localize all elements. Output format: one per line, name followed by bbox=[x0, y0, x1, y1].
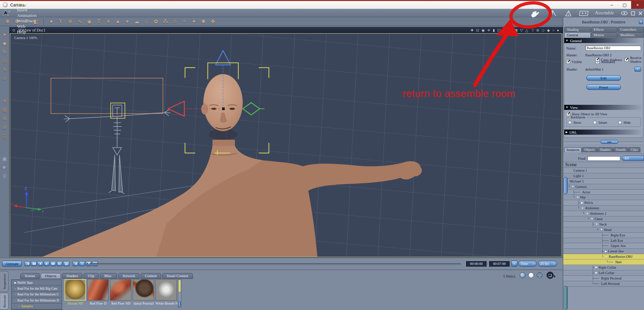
item-visible[interactable]: Visible bbox=[566, 60, 595, 64]
total-time-field[interactable]: 00:07:00 bbox=[489, 261, 510, 267]
tree-row-actor[interactable]: ├── Actor bbox=[563, 190, 644, 195]
insert-spline[interactable]: ∿ bbox=[75, 19, 85, 25]
tree-row-baseresize-obj[interactable]: └ ▼BaseResize.OBJ bbox=[563, 254, 644, 259]
clip-mode-button[interactable]: ▤ bbox=[63, 261, 70, 266]
item-casts-shadows[interactable]: Casts shadows bbox=[595, 56, 625, 63]
camera-toggle-icon[interactable]: ◉ bbox=[482, 28, 485, 33]
radio-button[interactable] bbox=[568, 121, 572, 124]
assemble-room-hand-icon[interactable] bbox=[530, 10, 540, 17]
render-room-icon[interactable] bbox=[579, 10, 589, 17]
insert-camera[interactable]: ✱ bbox=[199, 19, 208, 25]
bank-tool[interactable]: ⊛ bbox=[1, 124, 8, 131]
insert-bone[interactable]: ✤ bbox=[208, 19, 218, 25]
item-clips[interactable]: Clips bbox=[628, 147, 640, 152]
white-sphere-icon[interactable]: ○ bbox=[552, 28, 555, 33]
figure-display-icon[interactable]: ❖ bbox=[470, 28, 474, 33]
insert-plant[interactable]: ✿ bbox=[151, 19, 161, 25]
animate-button[interactable]: Animate bbox=[2, 261, 22, 267]
tree-row-upper-jaw[interactable]: ├── Upper Jaw bbox=[563, 243, 644, 249]
solid-cube-icon[interactable]: ◆ bbox=[547, 28, 550, 33]
insert-terrain[interactable]: ▲ bbox=[113, 19, 123, 25]
item-smart[interactable]: Smart bbox=[593, 121, 618, 124]
tree-row-neck[interactable]: ├ ▼Neck bbox=[563, 222, 644, 227]
tree-row-michael-5[interactable]: ▼Michael 5 bbox=[563, 179, 644, 184]
tree-row-hair[interactable]: └── Hair bbox=[563, 259, 644, 265]
current-time-field[interactable]: 00:00:00 bbox=[466, 261, 486, 267]
insert-ocean[interactable]: ≈ bbox=[180, 19, 189, 25]
find-filter-dropdown[interactable]: All bbox=[622, 156, 644, 161]
item-instances[interactable]: Instances bbox=[564, 147, 582, 152]
browser-options-button[interactable]: ❏ bbox=[547, 272, 554, 279]
moon-render-icon[interactable]: ☽ bbox=[531, 28, 534, 33]
play-button[interactable]: ▶ bbox=[44, 261, 50, 266]
insert-fire[interactable]: ♨ bbox=[142, 19, 151, 25]
tree-row-chest[interactable]: └ ▼Chest bbox=[563, 216, 644, 222]
item-show[interactable]: Show bbox=[568, 121, 593, 124]
item-real-fur-for-the-millennium-d[interactable]: –Real Fur for the Millennium D bbox=[12, 297, 62, 303]
item-receive-shadow[interactable]: Receive Shadow bbox=[625, 56, 642, 63]
tree-row-right-eye[interactable]: ├── Right Eye bbox=[563, 233, 644, 238]
insert-vertex-object[interactable]: Y bbox=[56, 19, 66, 25]
item-hide[interactable]: Hide bbox=[618, 121, 643, 124]
item-effects[interactable]: Effects bbox=[591, 27, 618, 32]
insert-shell[interactable]: ✶ bbox=[123, 19, 132, 25]
thumbnail-image[interactable] bbox=[65, 279, 86, 301]
move-tool[interactable]: ◆ bbox=[1, 40, 8, 47]
time-mode-dropdown[interactable]: Time» bbox=[518, 261, 537, 267]
close-button[interactable]: × bbox=[631, 1, 644, 9]
gray-sphere-icon[interactable]: ● bbox=[557, 28, 559, 32]
go-start-button[interactable]: ∣◀ bbox=[24, 261, 30, 266]
item-real-fur-for-the-millennium-c[interactable]: –Real Fur for the Millennium C bbox=[12, 292, 62, 297]
tree-row-right-pectoral[interactable]: ├── Right Pectoral bbox=[563, 276, 644, 281]
radio-button[interactable] bbox=[618, 121, 622, 124]
thumbnail-image[interactable] bbox=[87, 279, 109, 301]
fps-dropdown[interactable]: 24 fps» bbox=[538, 261, 557, 267]
dolly-tool[interactable]: ⊞ bbox=[1, 106, 8, 114]
tree-row-right-collar[interactable]: ├ ▶Right Collar bbox=[563, 265, 644, 270]
find-input[interactable] bbox=[587, 156, 620, 161]
item-real-fur-for-the-mil-big-cats[interactable]: –Real Fur for the Mil Big Cats bbox=[12, 286, 62, 291]
item-white-blonde-n[interactable]: White Blonde N. bbox=[155, 279, 177, 305]
tree-row-lower-jaw[interactable]: ├ ▶Lower Jaw bbox=[563, 249, 644, 254]
tree-row-pelvis[interactable]: ├ ▶Pelvis bbox=[563, 200, 644, 206]
layout-grid-icon[interactable]: ▦ bbox=[514, 28, 517, 33]
item-clip[interactable]: Clip bbox=[84, 273, 99, 279]
item-smart-content[interactable]: Smart Content bbox=[162, 273, 193, 279]
wire-cube-icon[interactable]: ◇ bbox=[542, 28, 545, 33]
insert-metaball[interactable]: ◉ bbox=[85, 19, 94, 25]
view-mode-small-button[interactable] bbox=[520, 272, 526, 278]
item-motion[interactable]: Motion bbox=[591, 32, 618, 38]
preset-button[interactable]: Preset bbox=[586, 84, 621, 90]
insert-building[interactable]: ⌂ bbox=[170, 19, 180, 25]
joint-tool[interactable]: ❋ bbox=[3, 19, 12, 25]
insert-text[interactable]: T bbox=[94, 19, 104, 25]
item-shaders[interactable]: Shaders bbox=[62, 273, 82, 279]
item-philw-hair[interactable]: ▶PhilW Hair bbox=[12, 280, 62, 286]
eye-icon[interactable] bbox=[621, 11, 628, 16]
item-content[interactable]: Content bbox=[141, 273, 161, 279]
item-objects[interactable]: Objects bbox=[41, 273, 61, 279]
checkbox[interactable] bbox=[625, 58, 628, 62]
panel-maximize-icon[interactable] bbox=[631, 11, 635, 16]
insert-cloud[interactable]: ☁ bbox=[132, 19, 142, 25]
tree-scrollbar-thumb[interactable] bbox=[564, 177, 568, 194]
insert-fountain[interactable]: ⁂ bbox=[161, 19, 170, 25]
bone-display-icon[interactable]: ⊡ bbox=[476, 28, 479, 33]
draft-mode-icon[interactable]: △ bbox=[525, 28, 528, 33]
maximize-button[interactable]: ▢ bbox=[618, 1, 631, 9]
section-view[interactable]: ▼View bbox=[564, 105, 643, 110]
tree-row-left-collar[interactable]: ├ ▶Left Collar bbox=[563, 270, 644, 276]
fast-forward-button[interactable]: ▶▶ bbox=[50, 261, 56, 266]
panel-close-icon[interactable] bbox=[638, 11, 643, 16]
item-spiral-ponytail[interactable]: Spiral Ponytail bbox=[133, 279, 154, 305]
sphere-axes-icon[interactable]: ⊚ bbox=[536, 28, 539, 33]
stop-button[interactable]: ■ bbox=[37, 261, 43, 266]
item-controllers[interactable]: Controllers bbox=[618, 27, 644, 32]
view-mode-list-button[interactable] bbox=[537, 272, 542, 278]
thumbnail-image[interactable] bbox=[155, 279, 177, 301]
edit-button[interactable]: Edit bbox=[586, 75, 621, 81]
checkbox[interactable] bbox=[566, 60, 570, 64]
tree-row-hip[interactable]: └ ▼Hip bbox=[563, 195, 644, 200]
splitter-handle[interactable] bbox=[601, 140, 618, 144]
item-objects[interactable]: Objects bbox=[582, 147, 597, 152]
